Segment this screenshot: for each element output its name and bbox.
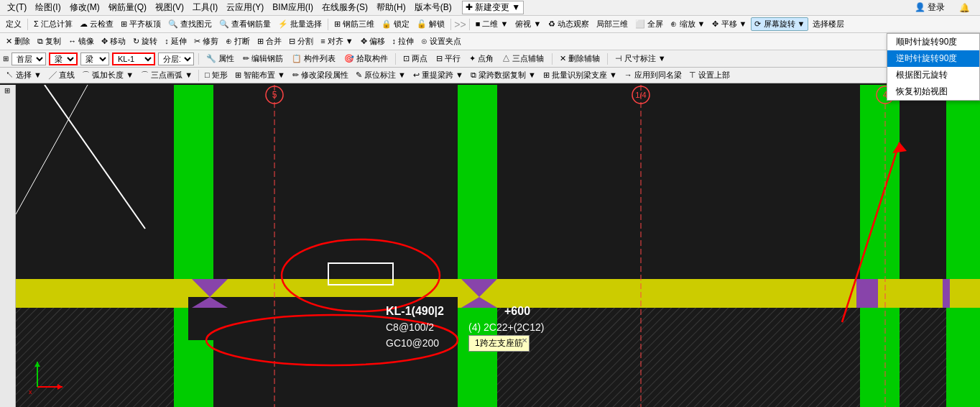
svg-text:(4) 2C22+(2C12): (4) 2C22+(2C12)	[468, 321, 544, 333]
fullscreen-btn[interactable]: ⬜ 全屏	[632, 18, 666, 30]
move-btn[interactable]: ✥ 移动	[98, 35, 129, 47]
login-btn[interactable]: 👤 登录	[910, 1, 949, 14]
tooltip-text: 1跨左支座筋	[475, 338, 523, 348]
parallel-btn[interactable]: ⊟ 平行	[433, 52, 463, 65]
svg-rect-2	[16, 297, 188, 407]
menu-item-rebar[interactable]: 钢筋量(Q)	[104, 1, 151, 14]
draw-bar: ↖ 选择 ▼ ╱ 直线 ⌒ 弧加长度 ▼ ⌒ 三点画弧 ▼ □ 矩形 ⊞ 智能布…	[0, 68, 980, 83]
type-select[interactable]: 梁	[49, 52, 78, 65]
stretch-btn[interactable]: ↕ 拉伸	[389, 35, 417, 47]
edit-rebar-btn[interactable]: ✏ 编辑钢筋	[240, 52, 286, 65]
svg-rect-14	[856, 279, 878, 308]
local-3d-btn[interactable]: 局部三维	[593, 18, 631, 30]
menu-item-version[interactable]: 版本号(B)	[410, 1, 456, 14]
sep3	[450, 19, 451, 30]
svg-text:C8@100/2: C8@100/2	[386, 321, 434, 333]
view-rebar-btn[interactable]: 🔍 查看钢筋量	[216, 18, 274, 30]
unlock-btn[interactable]: 🔓 解锁	[414, 18, 448, 30]
menu-item-draw[interactable]: 绘图(I)	[31, 1, 65, 14]
svg-text:x: x	[29, 388, 32, 395]
arc-len-btn[interactable]: ⌒ 弧加长度 ▼	[79, 69, 137, 81]
align-btn[interactable]: ≡ 对齐 ▼	[318, 35, 356, 47]
property-btn[interactable]: 🔧 属性	[203, 52, 237, 65]
select-draw-btn[interactable]: ↖ 选择 ▼	[3, 69, 45, 81]
expand-btn[interactable]: ⊞	[3, 55, 9, 63]
define-btn[interactable]: 定义	[3, 18, 24, 30]
mirror-btn[interactable]: ↔ 镜像	[65, 35, 97, 47]
in-situ-btn[interactable]: ✎ 原位标注 ▼	[353, 69, 409, 81]
break-btn[interactable]: ⊕ 打断	[223, 35, 253, 47]
menu-item-modify[interactable]: 修改(M)	[65, 1, 104, 14]
sep1	[27, 19, 28, 30]
del-aux-btn[interactable]: ✕ 删除辅轴	[557, 52, 603, 65]
dropdown-item-2[interactable]: 根据图元旋转	[887, 67, 979, 83]
re-span-btn[interactable]: ↩ 重提梁跨 ▼	[410, 69, 466, 81]
split-btn[interactable]: ⊟ 分割	[286, 35, 316, 47]
menu-item-newchange[interactable]: ✚ 新建变更 ▼	[462, 1, 524, 14]
span-copy-btn[interactable]: ⧉ 梁跨数据复制 ▼	[468, 69, 539, 81]
menu-item-tools[interactable]: 工具(I)	[188, 1, 222, 14]
bell-icon[interactable]: 🔔	[955, 3, 974, 13]
pickup-btn[interactable]: 🎯 拾取构件	[341, 52, 391, 65]
copy-btn[interactable]: ⧉ 复制	[34, 35, 64, 47]
extend-btn[interactable]: ↕ 延伸	[162, 35, 190, 47]
dropdown-item-1[interactable]: 逆时针旋转90度	[887, 50, 979, 67]
floor-select[interactable]: 首层	[11, 52, 46, 65]
menu-item-cloud[interactable]: 云应用(Y)	[222, 1, 268, 14]
sep2	[328, 19, 328, 30]
menu-item-help[interactable]: 帮助(H)	[372, 1, 410, 14]
batch-id-btn[interactable]: ⊞ 批量识别梁支座 ▼	[540, 69, 620, 81]
menu-item-online[interactable]: 在线服务(S)	[318, 1, 372, 14]
2d-btn[interactable]: ■ 二维 ▼	[473, 18, 512, 30]
point-angle-btn[interactable]: ✦ 点角	[466, 52, 496, 65]
apply-same-btn[interactable]: → 应用到同名梁	[621, 69, 685, 81]
rebar-3d-btn[interactable]: ⊞ 钢筋三维	[331, 18, 377, 30]
canvas-area: 5 1/4 KL-1(490|2 +600 C8@100/2 (4) 2C22+…	[16, 85, 980, 407]
modify-seg-btn[interactable]: ✏ 修改梁段属性	[290, 69, 351, 81]
lock-btn[interactable]: 🔒 锁定	[379, 18, 412, 30]
screen-rotate-btn[interactable]: ⟳ 屏幕旋转 ▼	[751, 17, 808, 31]
select-floor-btn[interactable]: 选择楼层	[810, 18, 847, 30]
calc-btn[interactable]: Σ 汇总计算	[31, 18, 75, 30]
top-view-btn[interactable]: 俯视 ▼	[512, 18, 544, 30]
batch-select-btn[interactable]: ⚡ 批量选择	[275, 18, 325, 30]
svg-rect-3	[465, 297, 980, 407]
type2-select[interactable]: 梁	[80, 52, 109, 65]
dropdown-item-3[interactable]: 恢复初始视图	[887, 83, 979, 100]
delete-btn[interactable]: ✕ 删除	[3, 35, 33, 47]
name-select[interactable]: KL-1	[112, 52, 155, 65]
three-point-btn[interactable]: △ 三点辅轴	[499, 52, 547, 65]
rotate-btn[interactable]: ↻ 旋转	[130, 35, 160, 47]
find-elem-btn[interactable]: 🔍 查找图元	[165, 18, 215, 30]
dropdown-item-0[interactable]: 顺时针旋转90度	[887, 34, 979, 50]
pan-btn[interactable]: ✥ 平移 ▼	[709, 18, 749, 30]
three-arc-btn[interactable]: ⌒ 三点画弧 ▼	[138, 69, 195, 81]
set-top-btn[interactable]: ⊤ 设置上部	[686, 69, 733, 81]
smart-place-btn[interactable]: ⊞ 智能布置 ▼	[232, 69, 288, 81]
merge-btn[interactable]: ⊞ 合并	[254, 35, 285, 47]
svg-rect-15	[943, 279, 950, 308]
dynamic-view-btn[interactable]: ♻ 动态观察	[545, 18, 592, 30]
menu-item-bim[interactable]: BIM应用(I)	[268, 1, 318, 14]
trim-btn[interactable]: ✂ 修剪	[191, 35, 221, 47]
flush-slab-btn[interactable]: ⊞ 平齐板顶	[118, 18, 164, 30]
rect-btn[interactable]: □ 矩形	[202, 69, 231, 81]
svg-rect-9	[188, 297, 458, 340]
offset-btn[interactable]: ✥ 偏移	[358, 35, 388, 47]
tooltip-popup: 1跨左支座筋 ✕	[468, 335, 530, 352]
two-point-btn[interactable]: ⊡ 两点	[400, 52, 430, 65]
component-list-btn[interactable]: 📋 构件列表	[289, 52, 338, 65]
sep9	[198, 70, 199, 81]
sidebar-icon1[interactable]: ⊞	[4, 88, 11, 93]
layer-select[interactable]: 分层1	[158, 52, 194, 65]
svg-rect-7	[946, 85, 980, 407]
dim-btn[interactable]: ⊣ 尺寸标注 ▼	[612, 52, 669, 65]
line-btn[interactable]: ╱ 直线	[46, 69, 78, 81]
zoom-btn[interactable]: ⊕ 缩放 ▼	[667, 18, 708, 30]
menu-item-view[interactable]: 视图(V)	[151, 1, 188, 14]
sep6	[395, 53, 396, 65]
cloud-check-btn[interactable]: ☁ 云检查	[77, 18, 116, 30]
menu-item-wen[interactable]: 文(T)	[3, 1, 31, 14]
tooltip-close-btn[interactable]: ✕	[522, 337, 527, 344]
grip-btn[interactable]: ⊙ 设置夹点	[418, 35, 464, 47]
